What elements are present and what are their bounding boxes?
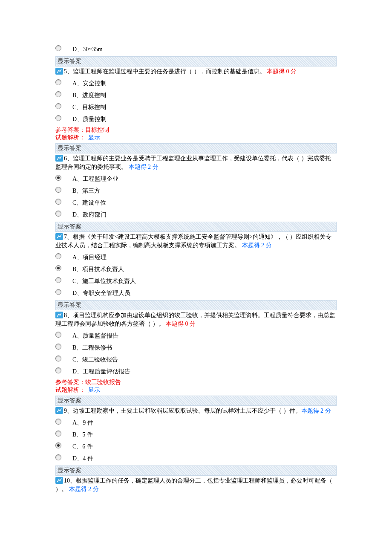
radio-unchecked-icon[interactable] xyxy=(55,115,61,121)
list-item: B、进度控制 xyxy=(55,90,337,101)
pin-icon xyxy=(55,68,63,75)
option-text: B、项目技术负责人 xyxy=(72,266,124,273)
radio-unchecked-icon[interactable] xyxy=(55,419,61,425)
show-answer-bar[interactable]: 显示答案 xyxy=(55,143,337,153)
list-item: D、30~35m xyxy=(55,44,337,55)
list-item: C、建设单位 xyxy=(55,198,337,208)
radio-unchecked-icon[interactable] xyxy=(55,454,61,460)
list-item: A、安全控制 xyxy=(55,78,337,89)
show-answer-bar[interactable]: 显示答案 xyxy=(55,465,337,476)
option-text: A、安全控制 xyxy=(72,80,107,87)
list-item: D、专职安全管理人员 xyxy=(55,288,337,298)
option-text: C、建设单位 xyxy=(72,199,106,207)
pin-icon xyxy=(55,233,63,240)
list-item: D、政府部门 xyxy=(55,210,337,220)
option-text: D、4 件 xyxy=(72,455,93,462)
radio-checked-icon[interactable] xyxy=(55,442,61,448)
show-link[interactable]: 显示 xyxy=(88,134,100,141)
analysis-row: 试题解析： 显示 xyxy=(55,386,337,394)
question-text: 6、监理工程师的主要业务是受聘于工程监理企业从事监理工作，受建设单位委托，代表（… xyxy=(55,154,337,171)
list-item: C、6 件 xyxy=(55,442,337,452)
radio-unchecked-icon[interactable] xyxy=(55,367,61,373)
list-item: B、项目技术负责人 xyxy=(55,264,337,275)
list-item: C、目标控制 xyxy=(55,102,337,113)
list-item: D、工程质量评估报告 xyxy=(55,367,337,377)
option-text: B、进度控制 xyxy=(72,92,106,99)
list-item: A、项目经理 xyxy=(55,252,337,263)
radio-unchecked-icon[interactable] xyxy=(55,277,61,283)
option-text: C、目标控制 xyxy=(72,104,106,111)
radio-unchecked-icon[interactable] xyxy=(55,344,61,350)
question-text: 9、边坡工程勘察中，主要土层和软弱层应取取试验。每层的试样对土层不应少于（ ）件… xyxy=(55,407,337,415)
list-item: A、9 件 xyxy=(55,418,337,428)
radio-unchecked-icon[interactable] xyxy=(55,332,61,338)
radio-unchecked-icon[interactable] xyxy=(55,103,61,109)
list-item: A、工程监理企业 xyxy=(55,174,337,184)
list-item: D、4 件 xyxy=(55,454,337,464)
option-text: C、施工单位技术负责人 xyxy=(72,278,136,285)
radio-unchecked-icon[interactable] xyxy=(55,289,61,295)
option-text: D、质量控制 xyxy=(72,116,107,123)
pin-icon xyxy=(55,407,63,414)
radio-unchecked-icon[interactable] xyxy=(55,356,61,361)
option-text: D、30~35m xyxy=(72,46,103,53)
option-text: A、质量监督报告 xyxy=(72,332,118,340)
question-text: 5、监理工程师在监理过程中主要的任务是进行（ ），而控制的基础是信息。 本题得 … xyxy=(55,67,337,76)
show-answer-bar[interactable]: 显示答案 xyxy=(55,56,337,66)
pin-icon xyxy=(55,155,63,162)
analysis-row: 试题解析： 显示 xyxy=(55,134,337,142)
radio-unchecked-icon[interactable] xyxy=(55,253,61,259)
pin-icon xyxy=(55,477,63,484)
question-text: 7、根据《关于印发<建设工程高大模板支撑系统施工安全监督管理导则>的通知》，（ … xyxy=(55,233,337,250)
option-text: D、专职安全管理人员 xyxy=(72,289,130,297)
option-text: B、5 件 xyxy=(72,431,93,439)
option-text: B、第三方 xyxy=(72,187,100,195)
list-item: B、工程保修书 xyxy=(55,343,337,353)
list-item: A、质量监督报告 xyxy=(55,331,337,341)
radio-unchecked-icon[interactable] xyxy=(55,187,61,193)
answer-reference: 参考答案：竣工验收报告 xyxy=(55,379,337,386)
show-answer-bar[interactable]: 显示答案 xyxy=(55,396,337,406)
radio-unchecked-icon[interactable] xyxy=(55,91,61,97)
list-item: C、竣工验收报告 xyxy=(55,355,337,365)
list-item: B、第三方 xyxy=(55,186,337,196)
question-text: 8、项目监理机构应参加由建设单位组织的竣工验收，并提供相关监理资料。工程质量符合… xyxy=(55,311,337,328)
option-text: D、政府部门 xyxy=(72,211,107,219)
question-text: 10、根据监理工作的任务，确定监理人员的合理分工，包括专业监理工程师和监理员，必… xyxy=(55,477,337,494)
list-item: B、5 件 xyxy=(55,430,337,440)
radio-unchecked-icon[interactable] xyxy=(55,431,61,436)
option-text: A、9 件 xyxy=(72,419,93,427)
show-answer-bar[interactable]: 显示答案 xyxy=(55,222,337,232)
radio-checked-icon[interactable] xyxy=(55,175,61,181)
show-answer-bar[interactable]: 显示答案 xyxy=(55,300,337,310)
list-item: C、施工单位技术负责人 xyxy=(55,276,337,286)
option-text: A、工程监理企业 xyxy=(72,175,118,183)
pin-icon xyxy=(55,312,63,318)
list-item: D、质量控制 xyxy=(55,114,337,124)
radio-unchecked-icon[interactable] xyxy=(55,199,61,205)
option-text: C、6 件 xyxy=(72,443,93,451)
show-link[interactable]: 显示 xyxy=(88,387,100,393)
radio-unchecked-icon[interactable] xyxy=(55,45,61,51)
option-text: D、工程质量评估报告 xyxy=(72,368,130,376)
radio-unchecked-icon[interactable] xyxy=(55,79,61,85)
radio-checked-icon[interactable] xyxy=(55,265,61,271)
option-text: C、竣工验收报告 xyxy=(72,356,118,364)
option-text: A、项目经理 xyxy=(72,254,107,261)
answer-reference: 参考答案：目标控制 xyxy=(55,126,337,134)
radio-unchecked-icon[interactable] xyxy=(55,211,61,217)
option-text: B、工程保修书 xyxy=(72,344,112,352)
